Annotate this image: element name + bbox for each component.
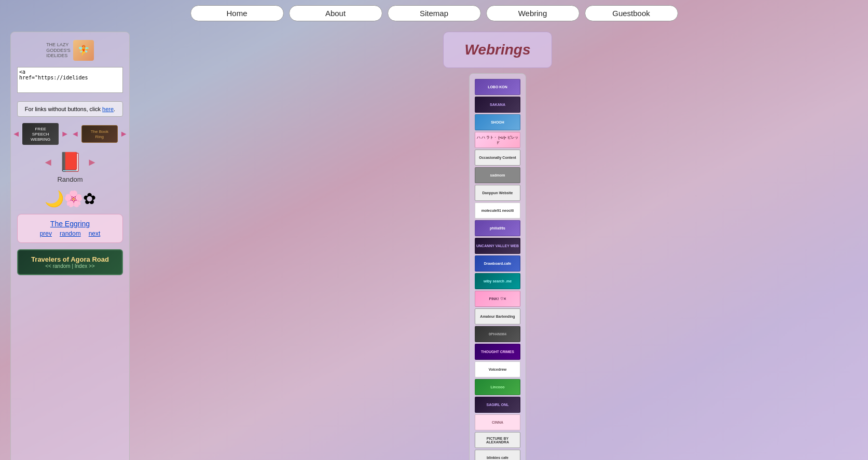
links-here-link[interactable]: here xyxy=(102,106,114,112)
book-ring-next-btn[interactable]: ► xyxy=(120,129,128,139)
badge-item-7[interactable]: molecule91 neociti xyxy=(475,202,520,219)
main-layout: THE LAZY GODDES'S IDELIDES 🧚 <a href="ht… xyxy=(0,26,868,460)
badge-item-21[interactable]: blinkies cafe xyxy=(475,450,520,460)
free-speech-badge: FREE SPEECH WEBRING xyxy=(22,123,59,145)
center-column: Webrings LOBO KONSAKANASHOOHハ ハ ラト・ (•ω)… xyxy=(137,32,858,460)
agora-banner: Travelers of Agora Road << random | Inde… xyxy=(17,249,123,275)
eggring-title[interactable]: The Eggring xyxy=(25,220,115,228)
badge-item-0[interactable]: LOBO KON xyxy=(475,79,520,95)
random-label: Random xyxy=(57,175,82,183)
nav-guestbook-btn[interactable]: Guestbook xyxy=(585,5,678,21)
badge-item-3[interactable]: ハ ハ ラト・ (•ω)• ピレッド xyxy=(475,132,520,148)
badge-item-5[interactable]: sadmom xyxy=(475,167,520,183)
free-speech-next-btn[interactable]: ► xyxy=(61,129,69,139)
eggring-prev-link[interactable]: prev xyxy=(40,230,52,237)
code-box: <a href="https://idelides xyxy=(17,67,123,95)
links-info: For links without buttons, click here. xyxy=(17,101,123,117)
badge-item-4[interactable]: Occasionally Content xyxy=(475,150,520,166)
random-book-icon: 📕 xyxy=(59,151,82,173)
badges-grid: LOBO KONSAKANASHOOHハ ハ ラト・ (•ω)• ピレッドOcc… xyxy=(475,79,520,460)
nav-webring-btn[interactable]: Webring xyxy=(486,5,580,21)
badge-item-1[interactable]: SAKANA xyxy=(475,97,520,113)
badge-item-6[interactable]: Danppun Website xyxy=(475,185,520,201)
badge-item-18[interactable]: SAGIRL ONL xyxy=(475,397,520,413)
webring-row: ◄ FREE SPEECH WEBRING ► ◄ The Book Ring … xyxy=(17,123,123,145)
badge-item-16[interactable]: Voicedrew xyxy=(475,361,520,377)
badge-item-13[interactable]: Amateur Bartending xyxy=(475,308,520,324)
random-right-btn[interactable]: ► xyxy=(87,156,98,168)
badge-item-9[interactable]: UNCANNY VALLEY WEB xyxy=(475,238,520,254)
badge-item-12[interactable]: PINK! ♡✕ xyxy=(475,291,520,307)
free-speech-prev-btn[interactable]: ◄ xyxy=(12,129,20,139)
badge-item-2[interactable]: SHOOH xyxy=(475,114,520,130)
badges-panel: LOBO KONSAKANASHOOHハ ハ ラト・ (•ω)• ピレッドOcc… xyxy=(469,73,526,460)
book-ring-badge: The Book Ring xyxy=(81,125,118,143)
random-arrows: ◄ 📕 ► xyxy=(43,151,98,173)
random-left-btn[interactable]: ◄ xyxy=(43,156,53,168)
badge-item-17[interactable]: Lincooo xyxy=(475,379,520,395)
logo-area: THE LAZY GODDES'S IDELIDES 🧚 xyxy=(46,40,94,61)
nav-home-btn[interactable]: Home xyxy=(190,5,284,21)
badge-item-15[interactable]: THOUGHT CRIMES xyxy=(475,344,520,360)
left-panel: THE LAZY GODDES'S IDELIDES 🧚 <a href="ht… xyxy=(10,32,130,460)
code-textarea[interactable]: <a href="https://idelides xyxy=(17,67,123,93)
badge-item-14[interactable]: 0PH4NIM4 xyxy=(475,326,520,342)
agora-title: Travelers of Agora Road xyxy=(23,255,117,263)
nav-about-btn[interactable]: About xyxy=(289,5,382,21)
badge-item-19[interactable]: CINNA xyxy=(475,414,520,430)
random-section: ◄ 📕 ► Random xyxy=(43,151,98,183)
webrings-title: Webrings xyxy=(464,42,530,58)
webrings-header: Webrings xyxy=(443,32,552,68)
book-ring-prev-btn[interactable]: ◄ xyxy=(71,129,79,139)
moon-flower-decoration: 🌙🌸✿ xyxy=(45,190,96,208)
badge-item-8[interactable]: philia99s xyxy=(475,220,520,236)
logo-icon: 🧚 xyxy=(73,40,94,61)
badge-item-10[interactable]: Drawboard.cafe xyxy=(475,255,520,272)
nav-sitemap-btn[interactable]: Sitemap xyxy=(388,5,481,21)
badge-item-11[interactable]: wiby search .me xyxy=(475,273,520,289)
agora-links[interactable]: << random | Index >> xyxy=(23,263,117,269)
eggring-links: prev random next xyxy=(25,230,115,237)
eggring-random-link[interactable]: random xyxy=(60,230,81,237)
navigation: HomeAboutSitemapWebringGuestbook xyxy=(0,0,868,26)
eggring-next-link[interactable]: next xyxy=(89,230,101,237)
badge-item-20[interactable]: PICTURE BY ALEXANDRA xyxy=(475,432,520,448)
logo-text: THE LAZY GODDES'S IDELIDES xyxy=(46,42,71,59)
eggring-box: The Eggring prev random next xyxy=(17,214,123,243)
